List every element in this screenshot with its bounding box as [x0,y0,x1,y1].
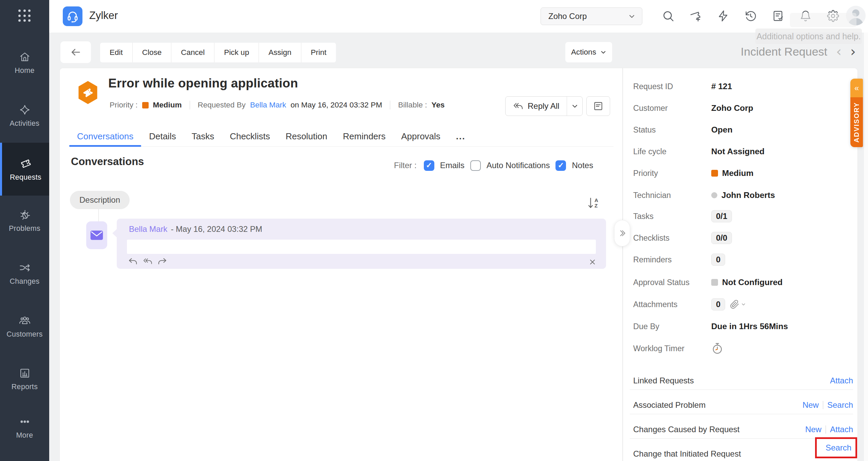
emails-checkbox[interactable]: ✓ [424,160,434,171]
requested-on-value: on May 16, 2024 03:32 PM [290,101,382,109]
message-actions [128,257,167,265]
print-button[interactable]: Print [301,43,336,62]
reply-all-button[interactable]: Reply All [506,97,567,116]
field-priority[interactable]: Priority Medium [633,167,754,180]
sidebar-item-requests[interactable]: Requests [0,143,49,196]
tasks-count-badge[interactable]: 0/1 [711,210,732,222]
request-detail-card: Error while opening application Priority… [59,68,858,461]
app-logo[interactable] [63,6,82,26]
sort-order-icon[interactable]: AZ [588,197,598,209]
sidebar-item-more[interactable]: More [0,402,49,453]
changes-caused-attach-link[interactable]: Attach [830,425,853,434]
field-reminders[interactable]: Reminders 0 [633,253,725,266]
cancel-button[interactable]: Cancel [171,43,214,62]
priority-color-swatch [711,170,718,177]
associated-problem-new-link[interactable]: New [803,400,819,410]
field-request-id: Request ID # 121 [633,80,732,93]
checklists-count-badge[interactable]: 0/0 [711,232,732,244]
tab-conversations[interactable]: Conversations [69,126,141,146]
reminders-count-badge[interactable]: 0 [711,254,725,266]
field-technician[interactable]: Technician John Roberts [633,189,775,202]
sidebar-item-home[interactable]: Home [0,37,49,88]
tab-checklists[interactable]: Checklists [222,126,278,146]
reply-options-caret[interactable] [567,97,582,116]
app-title: Zylker [89,9,118,22]
add-request-icon[interactable] [690,10,702,22]
activities-icon [19,104,31,116]
pickup-button[interactable]: Pick up [214,43,259,62]
previous-request-icon[interactable]: ‹ [836,45,842,58]
instant-actions-icon[interactable] [717,10,729,22]
auto-notifications-checkbox[interactable] [470,160,481,171]
changes-caused-new-link[interactable]: New [805,425,822,434]
notes-checkbox[interactable]: ✓ [555,160,566,171]
conversation-message[interactable]: Bella Mark - May 16, 2024 03:32 PM [117,219,606,269]
history-icon[interactable] [744,10,757,22]
search-icon[interactable] [662,10,674,22]
sidebar-item-reports[interactable]: Reports [0,354,49,404]
annotation-highlight-box: Search [815,437,857,458]
reply-icon[interactable] [128,257,138,265]
collapse-panel-toggle[interactable] [614,220,630,246]
request-meta: Priority : Medium Requested By Bella Mar… [110,99,445,111]
divider [190,101,190,109]
headset-icon [66,10,79,23]
request-tabs: Conversations Details Tasks Checklists R… [69,126,614,147]
requested-by-label: Requested By [198,101,246,109]
edit-button[interactable]: Edit [100,43,133,62]
sidebar-item-customers[interactable]: Customers [0,301,49,352]
incident-hexagon-icon [76,80,100,105]
field-life-cycle: Life cycle Not Assigned [633,145,765,158]
notes-filter-label: Notes [572,161,593,170]
advisory-side-tab[interactable]: « ADVISORY [850,79,863,147]
message-author-link[interactable]: Bella Mark [129,224,167,234]
people-icon [18,314,31,327]
forward-icon[interactable] [157,257,167,265]
scrollbar-track[interactable] [864,33,868,461]
page-title-area: Incident Request ‹ › [741,45,856,58]
approval-status-swatch [711,279,718,286]
filter-label: Filter : [394,161,417,170]
field-tasks[interactable]: Tasks 0/1 [633,210,732,223]
stopwatch-icon[interactable] [711,342,723,355]
actions-dropdown-button[interactable]: Actions [565,42,612,62]
notes-button[interactable] [586,96,610,116]
requester-link[interactable]: Bella Mark [250,101,286,109]
advisory-expand-chevrons-icon[interactable]: « [850,79,863,97]
tab-resolution[interactable]: Resolution [278,126,335,146]
reply-all-icon[interactable] [143,257,152,265]
linked-requests-attach-link[interactable]: Attach [830,376,853,385]
assign-button[interactable]: Assign [259,43,301,62]
paperclip-icon [730,300,739,309]
sidebar-item-label: More [16,431,33,440]
description-chip[interactable]: Description [70,191,130,209]
chevron-down-icon [600,49,606,55]
tab-approvals[interactable]: Approvals [393,126,448,146]
field-attachments: Attachments 0 [633,298,746,311]
message-notch [112,229,117,238]
next-request-icon[interactable]: › [850,45,856,58]
close-button[interactable]: Close [133,43,172,62]
tab-details[interactable]: Details [141,126,184,146]
sidebar-item-label: Changes [10,277,39,286]
close-icon[interactable] [588,258,597,266]
tab-more[interactable]: ... [448,126,473,146]
tab-reminders[interactable]: Reminders [335,126,394,146]
associated-problem-search-link[interactable]: Search [827,400,853,410]
tab-tasks[interactable]: Tasks [184,126,222,146]
sidebar-item-changes[interactable]: Changes [0,248,49,299]
technician-status-dot [711,192,717,198]
field-checklists[interactable]: Checklists 0/0 [633,232,732,244]
back-button[interactable] [60,41,91,63]
sidebar-item-problems[interactable]: Problems [0,195,49,246]
attachments-count-badge[interactable]: 0 [711,298,725,310]
portal-selector[interactable]: Zoho Corp [541,7,642,25]
survey-icon[interactable] [772,10,784,22]
panel-divider [622,68,623,461]
sidebar-item-activities[interactable]: Activities [0,90,49,141]
advisory-label: ADVISORY [853,102,861,143]
app-switcher-icon[interactable] [18,9,31,22]
change-initiated-search-link[interactable]: Search [826,443,851,453]
attach-file-control[interactable] [730,300,746,309]
message-timestamp: - May 16, 2024 03:32 PM [171,224,262,234]
